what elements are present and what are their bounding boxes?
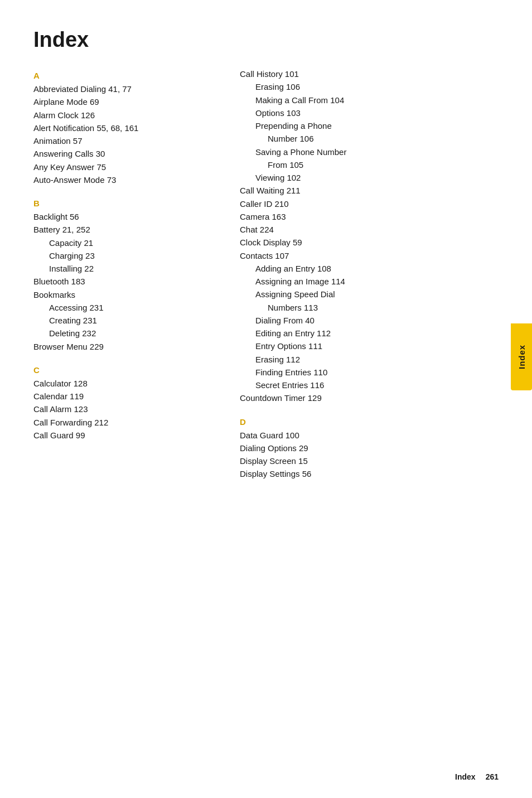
footer-page-number: 261 xyxy=(486,772,499,781)
list-item: Assigning an Image 114 xyxy=(240,275,499,288)
section-letter-d: D xyxy=(240,417,499,427)
page-footer: Index 261 xyxy=(455,772,499,781)
list-item: Finding Entries 110 xyxy=(240,366,499,379)
list-item: Dialing Options 29 xyxy=(240,442,499,454)
section-call: Call History 101 Erasing 106 Making a Ca… xyxy=(240,67,499,405)
list-item: Entry Options 111 xyxy=(240,340,499,352)
list-item: Auto-Answer Mode 73 xyxy=(33,173,223,186)
list-item: Erasing 112 xyxy=(240,353,499,366)
list-item: Caller ID 210 xyxy=(240,197,499,210)
list-item: Erasing 106 xyxy=(240,80,499,93)
list-item: Number 106 xyxy=(240,132,499,145)
left-column: A Abbreviated Dialing 41, 77 Airplane Mo… xyxy=(33,67,234,493)
section-letter-b: B xyxy=(33,199,223,208)
section-b: B Backlight 56 Battery 21, 252 Capacity … xyxy=(33,199,223,353)
list-item: Clock Display 59 xyxy=(240,236,499,249)
page-title: Index xyxy=(33,28,499,52)
list-item: Capacity 21 xyxy=(33,236,223,249)
list-item: Dialing From 40 xyxy=(240,314,499,327)
list-item: Chat 224 xyxy=(240,223,499,236)
list-item: Secret Entries 116 xyxy=(240,379,499,391)
list-item: Call Alarm 123 xyxy=(33,403,223,415)
list-item: Adding an Entry 108 xyxy=(240,262,499,275)
list-item: Call Forwarding 212 xyxy=(33,416,223,429)
list-item: Browser Menu 229 xyxy=(33,340,223,353)
side-tab-label: Index xyxy=(517,345,526,369)
section-a: A Abbreviated Dialing 41, 77 Airplane Mo… xyxy=(33,71,223,186)
list-item: Saving a Phone Number xyxy=(240,146,499,158)
list-item: Accessing 231 xyxy=(33,301,223,314)
list-item: Charging 23 xyxy=(33,249,223,262)
right-column: Call History 101 Erasing 106 Making a Ca… xyxy=(234,67,499,493)
list-item: Call History 101 xyxy=(240,67,499,80)
list-item: Display Settings 56 xyxy=(240,467,499,480)
list-item: Numbers 113 xyxy=(240,301,499,314)
list-item: Calendar 119 xyxy=(33,390,223,403)
list-item: Making a Call From 104 xyxy=(240,94,499,107)
page-container: Index Index A Abbreviated Dialing 41, 77… xyxy=(0,0,532,798)
list-item: Prepending a Phone xyxy=(240,119,499,132)
list-item: Backlight 56 xyxy=(33,210,223,223)
list-item: Viewing 102 xyxy=(240,171,499,184)
list-item: Battery 21, 252 xyxy=(33,223,223,236)
list-item: Abbreviated Dialing 41, 77 xyxy=(33,83,223,95)
list-item: Animation 57 xyxy=(33,134,223,147)
section-letter-a: A xyxy=(33,71,223,80)
list-item: Calculator 128 xyxy=(33,377,223,390)
section-letter-c: C xyxy=(33,365,223,375)
footer-label: Index xyxy=(455,772,476,781)
list-item: From 105 xyxy=(240,158,499,171)
list-item: Countdown Timer 129 xyxy=(240,391,499,404)
list-item: Creating 231 xyxy=(33,314,223,327)
list-item: Call Guard 99 xyxy=(33,429,223,442)
list-item: Contacts 107 xyxy=(240,249,499,262)
list-item: Editing an Entry 112 xyxy=(240,327,499,340)
list-item: Assigning Speed Dial xyxy=(240,288,499,301)
section-c: C Calculator 128 Calendar 119 Call Alarm… xyxy=(33,365,223,442)
list-item: Bluetooth 183 xyxy=(33,275,223,288)
list-item: Data Guard 100 xyxy=(240,429,499,442)
list-item: Camera 163 xyxy=(240,210,499,223)
list-item: Installing 22 xyxy=(33,262,223,275)
index-columns: A Abbreviated Dialing 41, 77 Airplane Mo… xyxy=(33,67,499,493)
list-item: Alarm Clock 126 xyxy=(33,109,223,122)
list-item: Any Key Answer 75 xyxy=(33,161,223,173)
side-tab: Index xyxy=(511,323,532,390)
list-item: Display Screen 15 xyxy=(240,454,499,467)
page-content: Index A Abbreviated Dialing 41, 77 Airpl… xyxy=(0,0,532,798)
list-item: Answering Calls 30 xyxy=(33,147,223,160)
list-item: Deleting 232 xyxy=(33,327,223,340)
section-d: D Data Guard 100 Dialing Options 29 Disp… xyxy=(240,417,499,481)
list-item: Alert Notification 55, 68, 161 xyxy=(33,122,223,134)
list-item: Options 103 xyxy=(240,107,499,119)
list-item: Airplane Mode 69 xyxy=(33,95,223,108)
list-item: Call Waiting 211 xyxy=(240,184,499,197)
list-item: Bookmarks xyxy=(33,288,223,301)
